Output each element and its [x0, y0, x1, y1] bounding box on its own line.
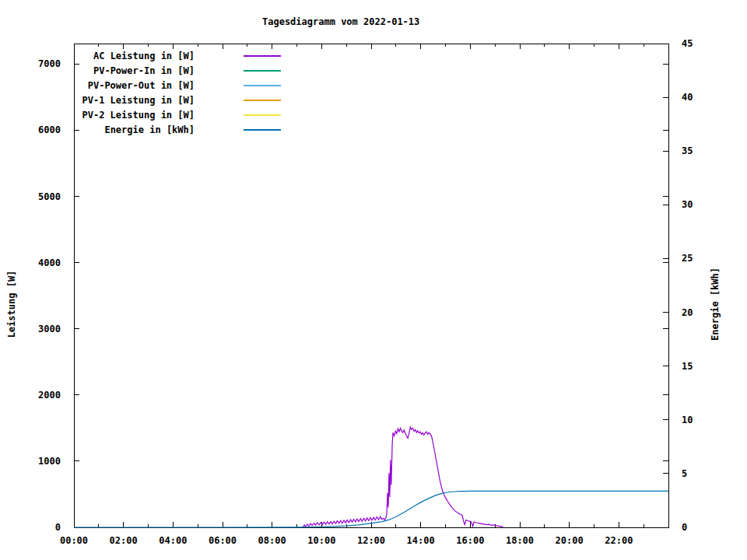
- y-left-tick-label: 0: [20, 522, 61, 533]
- x-tick-label: 02:00: [105, 535, 142, 546]
- legend-label: PV-1 Leistung in [W]: [0, 95, 195, 106]
- series-line-ac-leistung-in-w-: [303, 427, 503, 527]
- x-tick-label: 04:00: [154, 535, 191, 546]
- y-right-tick-label: 30: [682, 199, 713, 210]
- x-tick-label: 10:00: [303, 535, 340, 546]
- y-right-tick-label: 10: [682, 415, 713, 425]
- x-tick-label: 12:00: [352, 535, 390, 546]
- x-tick-label: 22:00: [600, 535, 637, 546]
- x-tick-label: 06:00: [204, 535, 241, 546]
- y-right-tick-label: 35: [682, 145, 713, 156]
- x-tick-label: 16:00: [451, 535, 489, 546]
- legend-line-sample: [244, 85, 281, 86]
- legend-line-sample: [244, 100, 281, 101]
- legend-line-sample: [244, 129, 281, 131]
- y-left-tick-label: 6000: [20, 124, 61, 135]
- y-right-tick-label: 15: [682, 361, 713, 372]
- legend-line-sample: [244, 70, 281, 72]
- y-left-tick-label: 7000: [20, 58, 61, 69]
- y-right-tick-label: 20: [682, 307, 713, 318]
- y-left-tick-label: 3000: [20, 324, 61, 334]
- x-tick-label: 00:00: [55, 535, 93, 546]
- y-right-tick-label: 25: [682, 253, 713, 264]
- legend-item: PV-1 Leistung in [W]: [0, 93, 281, 107]
- legend-line-sample: [244, 114, 281, 116]
- chart-canvas: Tagesdiagramm vom 2022-01-13 Leistung [W…: [0, 0, 747, 560]
- legend-label: PV-2 Leistung in [W]: [0, 110, 195, 121]
- y-right-tick-label: 5: [682, 468, 713, 479]
- y-left-tick-label: 1000: [20, 456, 61, 467]
- y-left-tick-label: 5000: [20, 191, 61, 202]
- legend-label: PV-Power-Out in [W]: [0, 80, 195, 91]
- legend-item: PV-Power-Out in [W]: [0, 78, 281, 93]
- x-tick-label: 08:00: [254, 535, 291, 546]
- y-left-tick-label: 4000: [20, 257, 61, 268]
- x-tick-label: 14:00: [402, 535, 440, 546]
- legend-item: PV-2 Leistung in [W]: [0, 107, 281, 122]
- y-right-tick-label: 45: [682, 38, 713, 49]
- x-tick-label: 20:00: [551, 535, 588, 546]
- y-right-tick-label: 0: [682, 522, 713, 533]
- y-right-tick-label: 40: [682, 92, 713, 103]
- y-left-tick-label: 2000: [20, 390, 61, 401]
- x-tick-label: 18:00: [501, 535, 538, 546]
- legend-line-sample: [244, 55, 281, 57]
